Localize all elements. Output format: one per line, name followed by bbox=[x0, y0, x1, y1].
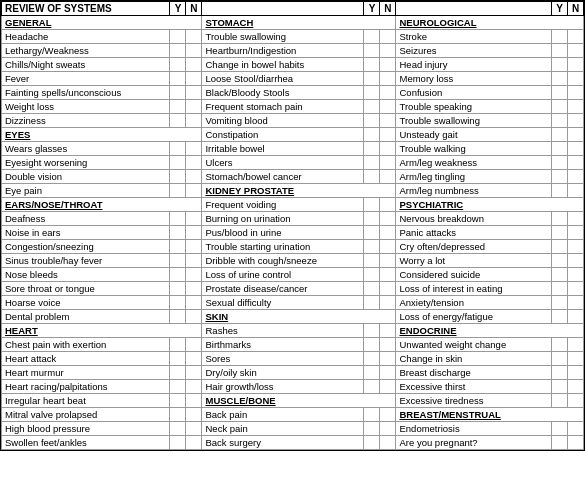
col3-n-cell[interactable] bbox=[568, 44, 584, 58]
col2-n-cell[interactable] bbox=[380, 226, 396, 240]
col3-y-cell[interactable] bbox=[552, 58, 568, 72]
col2-n-cell[interactable] bbox=[380, 436, 396, 450]
col3-n-cell[interactable] bbox=[568, 366, 584, 380]
col3-y-cell[interactable] bbox=[552, 156, 568, 170]
col3-y-cell[interactable] bbox=[552, 44, 568, 58]
col1-y-cell[interactable] bbox=[170, 170, 186, 184]
col3-n-cell[interactable] bbox=[568, 100, 584, 114]
col3-y-cell[interactable] bbox=[552, 310, 568, 324]
col3-n-cell[interactable] bbox=[568, 240, 584, 254]
col1-y-cell[interactable] bbox=[170, 436, 186, 450]
col2-y-cell[interactable] bbox=[364, 142, 380, 156]
col1-n-cell[interactable] bbox=[186, 114, 202, 128]
col1-n-cell[interactable] bbox=[186, 212, 202, 226]
col2-n-cell[interactable] bbox=[380, 422, 396, 436]
col1-n-cell[interactable] bbox=[186, 100, 202, 114]
col2-n-cell[interactable] bbox=[380, 86, 396, 100]
col2-y-cell[interactable] bbox=[364, 366, 380, 380]
col1-y-cell[interactable] bbox=[170, 30, 186, 44]
col3-n-cell[interactable] bbox=[568, 282, 584, 296]
col2-n-cell[interactable] bbox=[380, 408, 396, 422]
col2-n-cell[interactable] bbox=[380, 296, 396, 310]
col3-n-cell[interactable] bbox=[568, 156, 584, 170]
col1-y-cell[interactable] bbox=[170, 86, 186, 100]
col1-y-cell[interactable] bbox=[170, 100, 186, 114]
col2-y-cell[interactable] bbox=[364, 156, 380, 170]
col2-y-cell[interactable] bbox=[364, 282, 380, 296]
col1-n-cell[interactable] bbox=[186, 394, 202, 408]
col1-n-cell[interactable] bbox=[186, 422, 202, 436]
col3-y-cell[interactable] bbox=[552, 142, 568, 156]
col3-n-cell[interactable] bbox=[568, 86, 584, 100]
col1-n-cell[interactable] bbox=[186, 240, 202, 254]
col3-n-cell[interactable] bbox=[568, 72, 584, 86]
col1-y-cell[interactable] bbox=[170, 212, 186, 226]
col3-y-cell[interactable] bbox=[552, 394, 568, 408]
col1-n-cell[interactable] bbox=[186, 30, 202, 44]
col2-y-cell[interactable] bbox=[364, 240, 380, 254]
col1-y-cell[interactable] bbox=[170, 296, 186, 310]
col1-n-cell[interactable] bbox=[186, 254, 202, 268]
col2-y-cell[interactable] bbox=[364, 422, 380, 436]
col2-y-cell[interactable] bbox=[364, 226, 380, 240]
col3-y-cell[interactable] bbox=[552, 30, 568, 44]
col1-n-cell[interactable] bbox=[186, 352, 202, 366]
col3-y-cell[interactable] bbox=[552, 226, 568, 240]
col3-n-cell[interactable] bbox=[568, 114, 584, 128]
col2-y-cell[interactable] bbox=[364, 72, 380, 86]
col1-n-cell[interactable] bbox=[186, 156, 202, 170]
col3-n-cell[interactable] bbox=[568, 58, 584, 72]
col3-n-cell[interactable] bbox=[568, 310, 584, 324]
col3-y-cell[interactable] bbox=[552, 254, 568, 268]
col3-n-cell[interactable] bbox=[568, 338, 584, 352]
col2-y-cell[interactable] bbox=[364, 170, 380, 184]
col1-y-cell[interactable] bbox=[170, 184, 186, 198]
col3-y-cell[interactable] bbox=[552, 128, 568, 142]
col2-y-cell[interactable] bbox=[364, 58, 380, 72]
col1-y-cell[interactable] bbox=[170, 352, 186, 366]
col1-y-cell[interactable] bbox=[170, 114, 186, 128]
col3-y-cell[interactable] bbox=[552, 212, 568, 226]
col2-y-cell[interactable] bbox=[364, 324, 380, 338]
col3-y-cell[interactable] bbox=[552, 436, 568, 450]
col3-n-cell[interactable] bbox=[568, 170, 584, 184]
col1-n-cell[interactable] bbox=[186, 436, 202, 450]
col3-y-cell[interactable] bbox=[552, 422, 568, 436]
col2-n-cell[interactable] bbox=[380, 380, 396, 394]
col2-n-cell[interactable] bbox=[380, 352, 396, 366]
col2-y-cell[interactable] bbox=[364, 380, 380, 394]
col3-n-cell[interactable] bbox=[568, 268, 584, 282]
col2-n-cell[interactable] bbox=[380, 366, 396, 380]
col3-n-cell[interactable] bbox=[568, 142, 584, 156]
col2-n-cell[interactable] bbox=[380, 268, 396, 282]
col1-y-cell[interactable] bbox=[170, 268, 186, 282]
col1-y-cell[interactable] bbox=[170, 310, 186, 324]
col3-n-cell[interactable] bbox=[568, 254, 584, 268]
col1-n-cell[interactable] bbox=[186, 72, 202, 86]
col3-n-cell[interactable] bbox=[568, 380, 584, 394]
col3-n-cell[interactable] bbox=[568, 30, 584, 44]
col1-y-cell[interactable] bbox=[170, 282, 186, 296]
col3-n-cell[interactable] bbox=[568, 184, 584, 198]
col2-n-cell[interactable] bbox=[380, 142, 396, 156]
col3-y-cell[interactable] bbox=[552, 170, 568, 184]
col1-n-cell[interactable] bbox=[186, 58, 202, 72]
col2-y-cell[interactable] bbox=[364, 86, 380, 100]
col1-y-cell[interactable] bbox=[170, 142, 186, 156]
col2-n-cell[interactable] bbox=[380, 240, 396, 254]
col3-y-cell[interactable] bbox=[552, 338, 568, 352]
col3-y-cell[interactable] bbox=[552, 114, 568, 128]
col3-y-cell[interactable] bbox=[552, 282, 568, 296]
col3-n-cell[interactable] bbox=[568, 352, 584, 366]
col2-y-cell[interactable] bbox=[364, 408, 380, 422]
col1-n-cell[interactable] bbox=[186, 44, 202, 58]
col1-n-cell[interactable] bbox=[186, 184, 202, 198]
col2-n-cell[interactable] bbox=[380, 254, 396, 268]
col1-y-cell[interactable] bbox=[170, 366, 186, 380]
col2-n-cell[interactable] bbox=[380, 128, 396, 142]
col2-y-cell[interactable] bbox=[364, 198, 380, 212]
col2-n-cell[interactable] bbox=[380, 72, 396, 86]
col3-n-cell[interactable] bbox=[568, 394, 584, 408]
col2-n-cell[interactable] bbox=[380, 100, 396, 114]
col2-n-cell[interactable] bbox=[380, 198, 396, 212]
